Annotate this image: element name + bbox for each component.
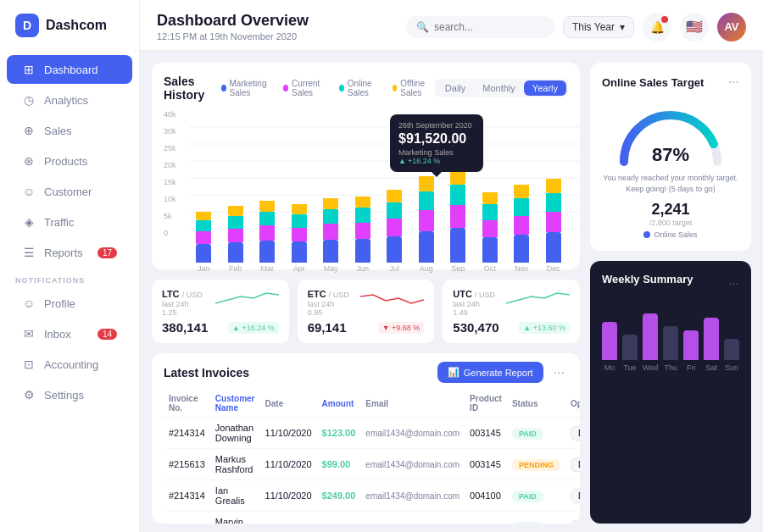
sidebar-label-reports: Reports	[44, 247, 83, 259]
sidebar-item-reports[interactable]: ☰ Reports 17	[7, 238, 132, 267]
col-date: Date	[260, 390, 317, 418]
sidebar-item-dashboard[interactable]: ⊞ Dashboard	[7, 55, 132, 84]
cell-invoice: #214314	[164, 480, 210, 512]
status-badge: PAID	[512, 428, 543, 440]
x-label-may: May	[316, 264, 346, 273]
cell-email: email1434@domain.com	[360, 418, 465, 449]
cell-status: PAID	[507, 512, 565, 524]
bar-segment	[259, 225, 275, 241]
header: Dashboard Overview 12:15 PM at 19th Nove…	[140, 0, 763, 51]
tooltip-arrow	[432, 172, 442, 177]
weekly-bar	[663, 326, 678, 360]
table-body: #214314 Jonathan Downing 11/10/2020 $123…	[164, 418, 580, 524]
weekly-day-labels: MoTueWedThuFriSatSun	[602, 363, 739, 372]
sidebar-item-profile[interactable]: ☺ Profile	[7, 289, 132, 318]
weekly-day-label: Sun	[724, 363, 739, 372]
gauge-description: You nearly reached your monthly target. …	[602, 173, 739, 194]
bar-segment	[323, 240, 338, 263]
bar-segment	[292, 228, 307, 241]
language-flag[interactable]: 🇺🇸	[680, 13, 709, 42]
bar-segment	[292, 241, 307, 263]
sales-icon: ⊕	[22, 124, 36, 137]
search-input[interactable]	[434, 21, 544, 33]
stat-card-ltc: LTC / USD last 24h 1.25 380,141 ▲ +16.24…	[152, 280, 289, 343]
weekly-more-button[interactable]: ···	[728, 276, 739, 291]
cell-date: 11/10/2020	[260, 512, 317, 524]
online-target-card: Online Sales Target ···	[590, 63, 751, 251]
tab-yearly[interactable]: Yearly	[524, 80, 566, 96]
stat-value-row: 380,141 ▲ +16.24 %	[162, 320, 279, 335]
details-button[interactable]: Details ▾	[571, 426, 580, 441]
details-button[interactable]: Details ▾	[571, 457, 580, 472]
inbox-icon: ✉	[22, 327, 36, 341]
bar-segment	[514, 198, 529, 216]
period-label: This Year	[572, 21, 615, 33]
cell-status: PAID	[507, 480, 565, 512]
bar-segment	[387, 190, 402, 202]
logo-icon: D	[15, 14, 39, 37]
cell-product-id: 003145	[465, 449, 507, 480]
header-subtitle: 12:15 PM at 19th November 2020	[157, 31, 309, 42]
sidebar-item-customer[interactable]: ☺ Customer	[7, 177, 132, 206]
status-badge: PAID	[512, 522, 543, 524]
sidebar-item-sales[interactable]: ⊕ Sales	[7, 116, 132, 145]
x-label-sep: Sep	[443, 264, 473, 273]
cell-invoice: #214314	[164, 418, 210, 449]
x-axis-labels: JanFebMarAprMayJunJulAugSepOctNovDec	[164, 264, 568, 273]
bar-segment	[355, 239, 370, 263]
content-left: Sales History Marketing Sales Current Sa…	[152, 63, 580, 524]
header-right: 🔍 This Year ▾ 🔔 🇺🇸 AV	[406, 13, 746, 42]
sales-chart-container: 40k 30k 25k 20k 15k 10k 5k 0	[164, 110, 568, 263]
cell-status: PENDING	[507, 449, 565, 480]
generate-report-button[interactable]: 📊 Generate Report	[437, 362, 543, 383]
chart-legend: Marketing Sales Current Sales Online Sal…	[221, 79, 435, 97]
table-row: #215613 Markus Rashford 11/10/2020 $99.0…	[164, 449, 580, 480]
tooltip-label: Marketing Sales	[398, 148, 475, 157]
app-logo: D Dashcom	[0, 14, 139, 54]
sidebar-label-dashboard: Dashboard	[44, 64, 98, 76]
cell-product-id: 004100	[465, 480, 507, 512]
details-button[interactable]: Details ▾	[571, 489, 580, 503]
gauge-container: 87%	[602, 98, 739, 166]
details-button[interactable]: Details ▾	[571, 520, 580, 524]
table-row: #316899 Marvin Spencer 11/10/2020 $49.00…	[164, 512, 580, 524]
bar-segment	[228, 216, 243, 229]
bar-group-mar	[253, 136, 282, 263]
table-header-row: Invoice No. Customer Name Date Amount Em…	[164, 390, 580, 418]
bar-group-dec	[539, 136, 569, 263]
stat-last-val: 1.25	[162, 308, 203, 317]
avatar[interactable]: AV	[717, 13, 746, 42]
x-label-aug: Aug	[412, 264, 442, 273]
weekly-bar-group-thu	[663, 326, 678, 360]
page-title: Dashboard Overview	[157, 12, 309, 30]
sidebar-item-analytics[interactable]: ◷ Analytics	[7, 86, 132, 114]
cell-amount: $99.00	[317, 449, 361, 480]
sidebar-item-accounting[interactable]: ⊡ Accounting	[7, 350, 132, 379]
notifications-button[interactable]: 🔔	[643, 13, 671, 42]
bar-segment	[546, 179, 561, 193]
sidebar-item-settings[interactable]: ⚙ Settings	[7, 380, 132, 409]
sidebar-item-traffic[interactable]: ◈ Traffic	[7, 208, 132, 236]
stat-last-label: last 24h	[308, 300, 349, 308]
inbox-badge: 14	[97, 329, 117, 340]
content-area: Sales History Marketing Sales Current Sa…	[140, 51, 763, 532]
invoices-more-button[interactable]: ···	[550, 365, 568, 380]
tab-daily[interactable]: Daily	[437, 80, 474, 96]
x-label-apr: Apr	[285, 264, 315, 273]
reports-icon: ☰	[22, 246, 36, 259]
sidebar-item-products[interactable]: ⊛ Products	[7, 147, 132, 175]
cell-options: Details ▾	[565, 418, 580, 449]
stat-mini-chart	[215, 288, 279, 308]
weekly-bar-group-tue	[622, 335, 638, 360]
search-bar[interactable]: 🔍	[406, 16, 554, 38]
period-selector[interactable]: This Year ▾	[563, 16, 634, 38]
stat-value: 530,470	[453, 320, 498, 335]
cell-customer: Ian Grealis	[210, 480, 260, 512]
legend-online: Online Sales	[339, 79, 382, 97]
sidebar-item-inbox[interactable]: ✉ Inbox 14	[7, 319, 132, 348]
bar-segment	[419, 176, 434, 191]
bar-segment	[228, 229, 243, 242]
online-target-more-button[interactable]: ···	[728, 75, 739, 90]
search-icon: 🔍	[416, 21, 429, 33]
tab-monthly[interactable]: Monthly	[474, 80, 524, 96]
